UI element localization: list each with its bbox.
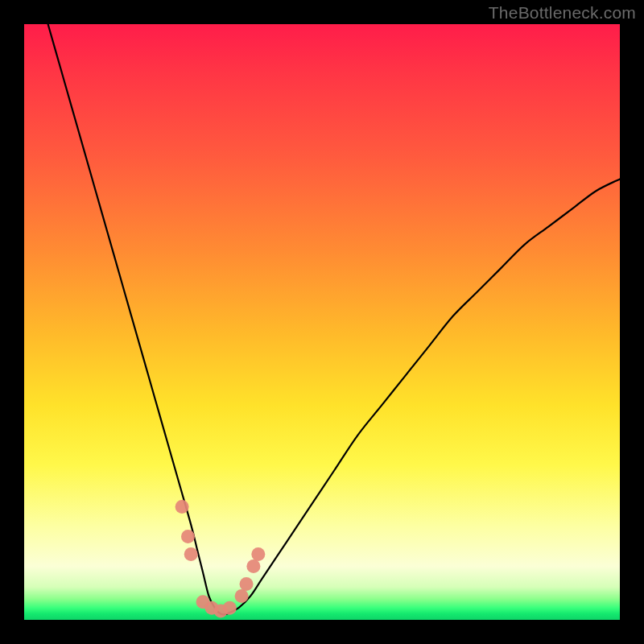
curve-marker [246, 559, 260, 573]
plot-area [24, 24, 620, 620]
bottleneck-curve-path [48, 24, 620, 615]
curve-marker [251, 547, 265, 561]
curve-marker [175, 500, 189, 514]
curve-marker [235, 589, 249, 603]
chart-frame: TheBottleneck.com [0, 0, 644, 644]
curve-marker [181, 530, 195, 543]
watermark-text: TheBottleneck.com [489, 3, 636, 23]
curve-svg [24, 24, 620, 620]
curve-marker [223, 601, 237, 615]
curve-marker [240, 577, 254, 591]
curve-marker [184, 547, 198, 561]
